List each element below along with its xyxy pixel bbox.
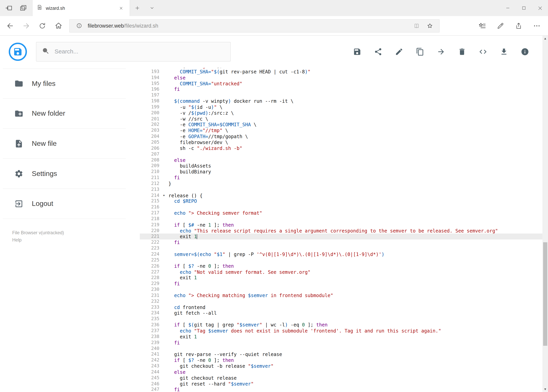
search-input[interactable] [55, 48, 225, 55]
code-line[interactable]: 203 -e HOME="//tmp" \ [140, 128, 548, 134]
forward-icon[interactable] [18, 18, 34, 34]
app-logo[interactable] [9, 43, 27, 61]
favorite-star-icon[interactable] [423, 20, 437, 32]
sidebar-item-logout[interactable]: Logout [3, 189, 126, 219]
code-line[interactable]: 236 if [ $(git tag | grep "$semver" | wc… [140, 322, 548, 328]
tabs-preview-icon[interactable] [17, 2, 29, 14]
code-line[interactable]: 204 -e GOPATH=//tmp/gopath \ [140, 134, 548, 140]
code-line[interactable]: 235 [140, 316, 548, 322]
code-line[interactable]: 237 echo "Tag $semver does not exist in … [140, 328, 548, 334]
code-line[interactable]: 242 if [ $? -ne 0 ]; then [140, 357, 548, 363]
code-line[interactable]: 241 git rev-parse --verify --quiet relea… [140, 351, 548, 357]
reading-view-icon[interactable] [410, 20, 423, 32]
code-line[interactable]: 232 [140, 298, 548, 304]
new-tab-button[interactable] [130, 0, 145, 16]
home-icon[interactable] [50, 18, 66, 34]
code-line[interactable]: 247 fi [140, 387, 548, 392]
copy-icon[interactable] [416, 48, 424, 56]
code-line[interactable]: 219 if [ $# -ne 1 ]; then [140, 222, 548, 228]
sidebar-item-new-folder[interactable]: New folder [3, 99, 126, 129]
url-text[interactable]: filebrowser.web/files/wizard.sh [88, 23, 410, 28]
code-line[interactable]: 243 git checkout -b release "$semver" [140, 363, 548, 369]
code-line[interactable]: 240 [140, 346, 548, 351]
code-line[interactable]: 222 fi [140, 239, 548, 245]
code-line[interactable]: 211 fi [140, 175, 548, 181]
code-line[interactable]: 233 cd frontend [140, 304, 548, 310]
code-line[interactable]: 223 [140, 245, 548, 251]
tab-list-chevron-icon[interactable] [145, 0, 160, 16]
code-line[interactable]: 195 COMMIT_SHA="untracked" [140, 81, 548, 86]
sidebar-item-new-file[interactable]: New file [3, 129, 126, 159]
refresh-icon[interactable] [34, 18, 50, 34]
code-line[interactable]: 214▾release () { [140, 192, 548, 198]
code-line[interactable]: 210 buildBinary [140, 169, 548, 175]
help-link[interactable]: Help [12, 237, 22, 244]
code-line[interactable]: 212} [140, 181, 548, 187]
save-icon[interactable] [353, 48, 361, 56]
code-line[interactable]: 231 echo "> Checking matching $semver in… [140, 293, 548, 298]
site-info-icon[interactable] [72, 20, 86, 32]
minimize-button[interactable] [500, 0, 516, 16]
close-window-button[interactable] [532, 0, 548, 16]
scrollbar-thumb[interactable] [543, 242, 547, 346]
code-line[interactable]: 225 [140, 257, 548, 263]
more-options-icon[interactable] [528, 18, 546, 34]
code-line[interactable]: 202 -e COMMIT_SHA=$COMMIT_SHA \ [140, 122, 548, 128]
web-note-pen-icon[interactable] [492, 18, 510, 34]
download-icon[interactable] [500, 48, 508, 56]
code-line[interactable]: 226 if [ $? -ne 0 ]; then [140, 263, 548, 269]
favorites-hub-icon[interactable] [473, 18, 492, 34]
back-icon[interactable] [2, 18, 18, 34]
code-line[interactable]: 200 -v /$(pwd):/src:z \ [140, 110, 548, 116]
code-line[interactable]: 220 echo "This release script requires a… [140, 228, 548, 234]
maximize-button[interactable] [516, 0, 532, 16]
move-arrow-icon[interactable] [437, 48, 445, 56]
code-line[interactable]: 201 -w //src \ [140, 116, 548, 122]
code-line[interactable]: 239 fi [140, 340, 548, 346]
sidebar-item-my-files[interactable]: My files [3, 69, 126, 99]
fold-arrow-icon[interactable]: ▾ [163, 192, 165, 198]
delete-trash-icon[interactable] [458, 48, 466, 56]
code-line[interactable]: 197 [140, 92, 548, 98]
edit-pencil-icon[interactable] [395, 48, 403, 56]
info-icon[interactable] [521, 48, 529, 56]
browser-tab[interactable]: wizard.sh [32, 0, 130, 16]
code-line[interactable]: 224 semver=$(echo "$1" | grep -P '^v(0|[… [140, 251, 548, 257]
code-editor[interactable]: 192 if [ -d ".git" ]; then193 COMMIT_SHA… [140, 68, 548, 392]
code-line[interactable]: 244 else [140, 369, 548, 375]
scroll-up-icon[interactable]: ▲ [542, 36, 548, 41]
code-line[interactable]: 215 cd $REPO [140, 198, 548, 204]
code-line[interactable]: 216 [140, 204, 548, 210]
code-line[interactable]: 238 exit 1 [140, 334, 548, 340]
address-bar[interactable]: filebrowser.web/files/wizard.sh [69, 19, 440, 32]
code-line[interactable]: 206 sh -c "./wizard.sh -b" [140, 145, 548, 151]
set-tabs-aside-icon[interactable] [3, 2, 15, 14]
code-line[interactable]: 229 fi [140, 281, 548, 287]
code-line[interactable]: 227 echo "Not valid semver format. See s… [140, 269, 548, 275]
code-line[interactable]: 234 git fetch --all [140, 310, 548, 316]
code-line[interactable]: 246 git reset --hard "$semver" [140, 381, 548, 387]
code-line[interactable]: 208 else [140, 157, 548, 163]
tab-close-icon[interactable] [116, 4, 125, 13]
share-page-icon[interactable] [509, 18, 528, 34]
search-box[interactable] [36, 42, 231, 62]
share-icon[interactable] [374, 48, 382, 56]
code-line[interactable]: 193 COMMIT_SHA="$(git rev-parse HEAD | c… [140, 69, 548, 75]
scroll-down-icon[interactable]: ▼ [542, 386, 548, 392]
code-line[interactable]: 205 filebrowser/dev \ [140, 140, 548, 145]
code-line[interactable]: 194 else [140, 75, 548, 81]
code-line[interactable]: 196 fi [140, 86, 548, 92]
code-line[interactable]: 217 echo "> Checking semver format" [140, 210, 548, 216]
code-line[interactable]: 209 buildAssets [140, 163, 548, 169]
code-line[interactable]: 207 [140, 151, 548, 157]
page-scrollbar[interactable]: ▲ ▼ [542, 36, 548, 392]
code-brackets-icon[interactable] [479, 48, 487, 56]
code-line[interactable]: 213 [140, 187, 548, 192]
code-line[interactable]: 228 exit 1 [140, 275, 548, 281]
sidebar-item-settings[interactable]: Settings [3, 159, 126, 189]
code-line[interactable]: 221 exit 1 [140, 234, 548, 239]
code-line[interactable]: 218 [140, 216, 548, 222]
code-line[interactable]: 230 [140, 287, 548, 293]
code-line[interactable]: 245 git checkout release [140, 375, 548, 381]
code-line[interactable]: 199 -u "$(id -u)" \ [140, 104, 548, 110]
